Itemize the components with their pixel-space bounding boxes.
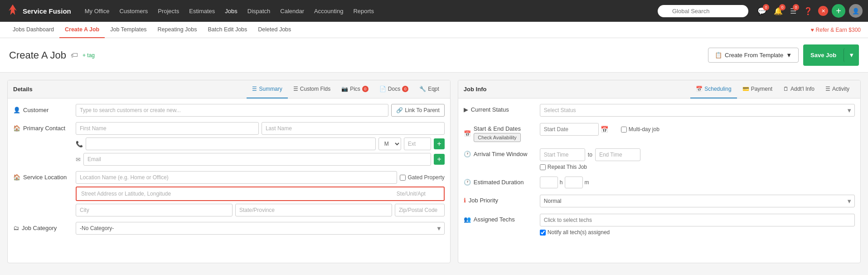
add-button[interactable]: +: [832, 4, 845, 18]
customer-icon: 👤: [13, 107, 20, 113]
sub-nav-job-templates[interactable]: Job Templates: [105, 22, 152, 38]
multiday-checkbox[interactable]: [621, 127, 627, 133]
docs-badge: 0: [402, 86, 408, 92]
date-picker-icon[interactable]: 📅: [601, 126, 608, 133]
nav-customers[interactable]: Customers: [115, 5, 152, 17]
heart-icon: ♥: [810, 27, 814, 33]
help-icon-btn[interactable]: ❓: [802, 5, 815, 17]
create-from-template-button[interactable]: 📋 Create From Template ▼: [708, 48, 799, 63]
last-name-input[interactable]: [262, 122, 445, 135]
street-address-input[interactable]: [78, 188, 390, 199]
check-availability-button[interactable]: Check Availability: [474, 133, 521, 142]
tab-summary[interactable]: ☰ Summary: [247, 80, 287, 98]
add-email-button[interactable]: +: [434, 154, 445, 165]
current-status-fields: Select Status ▼: [540, 104, 855, 117]
link-to-parent-button[interactable]: 🔗 Link To Parent: [391, 104, 445, 117]
nav-calendar[interactable]: Calendar: [276, 5, 309, 17]
assigned-techs-label: 👥 Assigned Techs: [464, 214, 536, 223]
svg-marker-0: [9, 5, 17, 15]
custom-flds-tab-icon: ☰: [293, 86, 298, 92]
suite-input[interactable]: [393, 188, 443, 199]
state-input[interactable]: [235, 204, 392, 216]
tab-eqpt[interactable]: 🔧 Eqpt: [414, 80, 445, 98]
scheduling-icon: 📅: [696, 86, 703, 92]
sub-nav-jobs-dashboard[interactable]: Jobs Dashboard: [7, 22, 59, 38]
sub-navigation: Jobs Dashboard Create A Job Job Template…: [0, 22, 868, 38]
template-icon: 📋: [715, 52, 722, 59]
header-actions: 📋 Create From Template ▼ Save Job ▼: [708, 44, 859, 66]
sub-nav-create-job[interactable]: Create A Job: [59, 22, 105, 38]
activity-icon: ☰: [825, 86, 830, 92]
phone-type-select[interactable]: MHWO: [378, 138, 401, 150]
notifications-icon-btn[interactable]: 🔔 0: [772, 5, 785, 17]
nav-accounting[interactable]: Accounting: [310, 5, 348, 17]
nav-my-office[interactable]: My Office: [80, 5, 114, 17]
sub-nav-batch-edit[interactable]: Batch Edit Jobs: [202, 22, 252, 38]
warning-icon-btn[interactable]: ✕: [818, 6, 828, 16]
add-tag-button[interactable]: + tag: [82, 52, 95, 59]
email-input[interactable]: [83, 153, 431, 166]
email-icon: ✉: [76, 156, 81, 163]
nav-dispatch[interactable]: Dispatch: [243, 5, 275, 17]
location-name-input[interactable]: [76, 171, 397, 184]
tab-custom-flds[interactable]: ☰ Custom Flds: [288, 80, 336, 98]
duration-hours-input[interactable]: 1: [540, 177, 558, 188]
zip-input[interactable]: [395, 204, 445, 216]
avatar[interactable]: 👤: [849, 4, 863, 18]
job-info-panel-tabs: 📅 Scheduling 💳 Payment 🗒 Addt'l Info ☰ A…: [690, 80, 855, 98]
duration-icon: 🕐: [464, 179, 471, 186]
tab-activity[interactable]: ☰ Activity: [820, 80, 855, 98]
arrival-time-row: 🕐 Arrival Time Window to Repeat This Job: [464, 148, 855, 170]
details-panel: Details ☰ Summary ☰ Custom Flds 📷 Pics 0…: [7, 80, 451, 263]
nav-jobs[interactable]: Jobs: [220, 5, 242, 17]
city-input[interactable]: [76, 204, 233, 216]
tab-docs[interactable]: 📄 Docs 0: [374, 80, 414, 98]
job-category-select[interactable]: -No Category-: [76, 222, 445, 235]
techs-icon: 👥: [464, 216, 471, 223]
to-label: to: [588, 152, 592, 158]
add-phone-button[interactable]: +: [434, 138, 445, 149]
menu-icon-btn[interactable]: ☰ 0: [788, 5, 798, 17]
status-select[interactable]: Select Status: [540, 104, 855, 117]
gated-property-checkbox[interactable]: [400, 175, 406, 181]
assigned-techs-fields: Notify all tech(s) assigned: [540, 214, 855, 236]
current-status-arrow-icon[interactable]: ▶: [464, 106, 468, 113]
refer-link[interactable]: ♥ Refer & Earn $300: [810, 27, 861, 33]
brand-name: Service Fusion: [23, 7, 71, 15]
nav-estimates[interactable]: Estimates: [184, 5, 219, 17]
tab-addtl-info[interactable]: 🗒 Addt'l Info: [778, 80, 820, 98]
end-time-input[interactable]: [595, 148, 640, 161]
sub-nav-repeating-jobs[interactable]: Repeating Jobs: [152, 22, 203, 38]
hours-label: h: [560, 179, 563, 186]
first-name-input[interactable]: [76, 122, 259, 135]
messages-badge: 0: [763, 4, 769, 10]
tab-pics[interactable]: 📷 Pics 0: [336, 80, 374, 98]
job-priority-select[interactable]: Normal Low High Urgent: [540, 195, 855, 207]
tab-scheduling[interactable]: 📅 Scheduling: [690, 80, 737, 98]
repeat-job-checkbox[interactable]: [540, 164, 546, 170]
estimated-duration-row: 🕐 Estimated Duration 1 h 0 m: [464, 177, 855, 188]
phone-ext-input[interactable]: [404, 138, 431, 150]
top-navigation: Service Fusion My Office Customers Proje…: [0, 0, 868, 22]
details-panel-header: Details ☰ Summary ☰ Custom Flds 📷 Pics 0…: [8, 80, 450, 98]
phone-input[interactable]: [86, 138, 376, 150]
customer-search-input[interactable]: [76, 104, 388, 117]
assigned-techs-input[interactable]: [540, 214, 855, 226]
save-job-dropdown[interactable]: ▼: [844, 48, 859, 62]
search-input[interactable]: [658, 5, 748, 17]
gated-property-checkbox-label: Gated Property: [400, 174, 444, 181]
job-info-panel-title: Job Info: [464, 86, 487, 93]
job-category-row: 🗂 Job Category -No Category- ▼: [13, 222, 445, 235]
notify-techs-label: Notify all tech(s) assigned: [540, 229, 855, 236]
nav-reports[interactable]: Reports: [349, 5, 378, 17]
nav-projects[interactable]: Projects: [153, 5, 184, 17]
start-time-input[interactable]: [540, 148, 585, 161]
sub-nav-deleted-jobs[interactable]: Deleted Jobs: [252, 22, 296, 38]
save-job-button[interactable]: Save Job: [803, 48, 844, 62]
notify-techs-checkbox[interactable]: [540, 230, 546, 236]
duration-minutes-input[interactable]: 0: [565, 177, 583, 188]
search-area: 🔍: [658, 5, 748, 17]
tab-payment[interactable]: 💳 Payment: [737, 80, 778, 98]
start-date-input[interactable]: [540, 123, 599, 136]
messages-icon-btn[interactable]: 💬 0: [756, 5, 768, 17]
